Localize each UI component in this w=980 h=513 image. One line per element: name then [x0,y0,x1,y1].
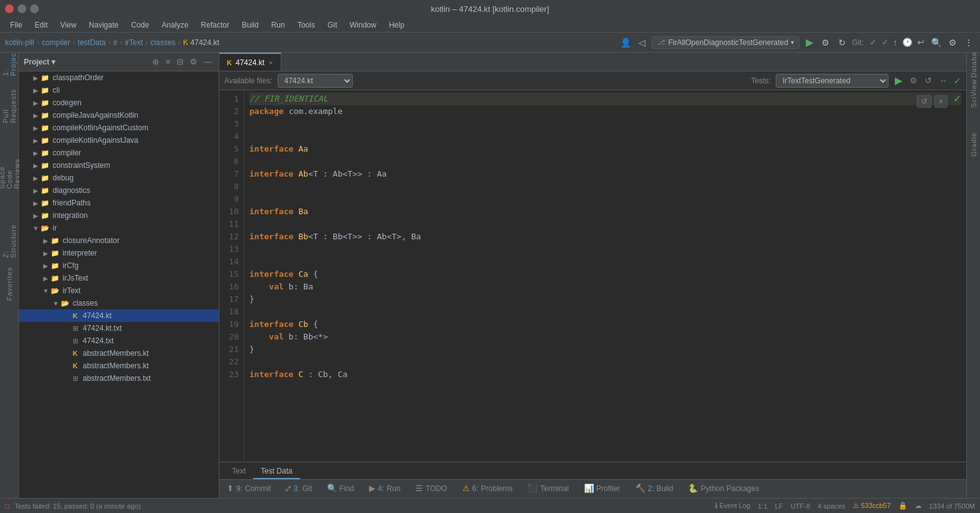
bottom-tab-commit[interactable]: ⬆ 9: Commit [219,480,278,498]
panel-close-btn[interactable]: — [202,56,214,67]
right-panel-database[interactable]: Database [968,55,979,66]
close-button[interactable] [5,4,14,13]
menu-build[interactable]: Build [237,19,264,31]
tree-item-47424kttxt[interactable]: ⊞ 47424.kt.txt [19,322,219,334]
profile-icon[interactable]: 👤 [619,36,632,49]
bottom-tab-terminal[interactable]: ⬛ Terminal [520,480,576,498]
line-separator[interactable]: LF [775,502,783,510]
panel-locate-btn[interactable]: ⊕ [150,56,161,67]
sidebar-item-codereviews[interactable]: Space Code Reviews [1,165,18,182]
tree-item-ircfg[interactable]: ▶ 📁 irCfg [19,259,219,272]
tree-item-compilejava[interactable]: ▶ 📁 compileJavaAgainstKotlin [19,109,219,122]
sidebar-item-pullrequests[interactable]: Pull Requests [1,98,18,114]
tree-item-interpreter[interactable]: ▶ 📁 interpreter [19,247,219,259]
sub-tab-testdata[interactable]: Test Data [253,464,300,479]
bottom-tab-run[interactable]: ▶ 4: Run [362,480,408,498]
menu-help[interactable]: Help [384,19,410,31]
menu-edit[interactable]: Edit [29,19,53,31]
code-content[interactable]: // FIR_IDENTICAL package com.example int… [244,90,966,462]
breadcrumb-kotlin-pill[interactable]: kotlin-pill [5,38,34,47]
sidebar-item-structure[interactable]: Z: Structure [1,233,18,249]
tree-item-constraintsystem[interactable]: ▶ 📁 constraintSystem [19,159,219,172]
run-icon[interactable]: ▶ [803,36,816,49]
menu-window[interactable]: Window [345,19,382,31]
bottom-tab-problems[interactable]: ⚠ 6: Problems [455,480,521,498]
breadcrumb-compiler[interactable]: compiler [42,38,70,47]
bottom-tab-build[interactable]: 🔨 2: Build [628,480,681,498]
tree-item-abstractmembers1[interactable]: K abstractMembers.kt [19,347,219,360]
git-rollback-icon[interactable]: ↩ [915,36,926,48]
overlay-close-btn[interactable]: × [934,95,947,108]
window-controls[interactable] [5,4,39,13]
git-checkmark-2[interactable]: ✓ [880,36,890,48]
tree-item-integration[interactable]: ▶ 📁 integration [19,209,219,222]
event-log-link[interactable]: ℹ Event Log [715,502,751,510]
tree-item-irtext[interactable]: ▼ 📂 irText [19,284,219,297]
more-icon[interactable]: ⋮ [962,36,975,49]
menu-analyze[interactable]: Analyze [157,19,194,31]
refresh-icon[interactable]: ↻ [836,36,848,49]
rerun-tests-btn[interactable]: ↺ [924,75,933,86]
breadcrumb-ir[interactable]: ir [113,38,118,47]
tree-item-irjstext[interactable]: ▶ 📁 irJsText [19,272,219,284]
tree-item-diagnostics[interactable]: ▶ 📁 diagnostics [19,184,219,197]
git-clock-icon[interactable]: 🕐 [900,36,914,48]
config-tests-btn[interactable]: ⚙ [909,75,919,86]
panel-settings-btn[interactable]: ⚙ [188,56,199,67]
menu-run[interactable]: Run [266,19,290,31]
sidebar-item-favorites[interactable]: Favorites [1,276,18,292]
tree-item-47424txt[interactable]: ⊞ 47424.txt [19,334,219,347]
code-editor[interactable]: 12345 678910 1112131415 1617181920 21222… [219,90,966,462]
stop-tests-btn[interactable]: ↔ [938,75,949,86]
available-files-select[interactable]: 47424.kt [278,74,353,88]
bottom-tab-python[interactable]: 🐍 Python Packages [680,480,766,498]
panel-sort-btn[interactable]: ≡ [164,56,172,67]
overlay-refresh-btn[interactable]: ↺ [917,95,932,108]
maximize-button[interactable] [30,4,39,13]
tab-close-btn[interactable]: × [268,58,273,67]
bottom-tab-todo[interactable]: ☰ TODO [408,480,454,498]
menu-file[interactable]: File [5,19,27,31]
git-checkmark-1[interactable]: ✓ [868,36,878,48]
tree-item-47424kt[interactable]: K 47424.kt [19,309,219,322]
menu-view[interactable]: View [55,19,81,31]
menu-tools[interactable]: Tools [293,19,320,31]
tree-item-compiler[interactable]: ▶ 📁 compiler [19,147,219,159]
tests-select[interactable]: IrTextTestGenerated [776,74,889,88]
tree-item-abstractmemberstxt[interactable]: ⊞ abstractMembers.txt [19,372,219,385]
right-panel-pullrequests[interactable]: SciView [968,88,979,99]
tree-item-debug[interactable]: ▶ 📁 debug [19,172,219,184]
tree-item-classes[interactable]: ▼ 📂 classes [19,297,219,309]
test-result-text[interactable]: Tests failed: 15, passed: 0 (a minute ag… [14,502,140,510]
tree-item-compilekotlincustom[interactable]: ▶ 📁 compileKotlinAgainstCustom [19,122,219,134]
build-icon[interactable]: ⚙ [820,36,832,49]
panel-collapse-btn[interactable]: ⊟ [175,56,185,67]
encoding[interactable]: UTF-8 [791,502,810,510]
menu-code[interactable]: Code [126,19,154,31]
search-icon[interactable]: 🔍 [930,36,942,49]
editor-tab-47424kt[interactable]: K 47424.kt × [219,53,281,71]
tree-item-ir[interactable]: ▼ 📂 ir [19,222,219,234]
tree-item-friendpaths[interactable]: ▶ 📁 friendPaths [19,197,219,209]
minimize-button[interactable] [18,4,26,13]
settings-icon[interactable]: ⚙ [946,36,959,49]
sub-tab-text[interactable]: Text [224,464,253,479]
cursor-position[interactable]: 1:1 [758,502,767,510]
tree-item-compilekotlinjava[interactable]: ▶ 📁 compileKotlinAgainstJava [19,134,219,147]
bottom-tab-git[interactable]: ⑇ 3: Git [278,480,319,498]
menu-git[interactable]: Git [323,19,342,31]
git-branch-selector[interactable]: ⎇ FirAllOpenDiagnosticTestGenerated ▾ [652,36,799,49]
breadcrumb-testdata[interactable]: testData [78,38,106,47]
indent-info[interactable]: 4 spaces [818,502,845,510]
back-icon[interactable]: ◁ [635,36,648,49]
right-panel-gradle[interactable]: Gradle [968,139,979,150]
menu-refactor[interactable]: Refactor [196,19,234,31]
breadcrumb-irtext[interactable]: irText [125,38,143,47]
tree-item-classpathorder[interactable]: ▶ 📁 classpathOrder [19,71,219,84]
sidebar-item-project[interactable]: 1: Project [1,55,18,71]
menu-navigate[interactable]: Navigate [84,19,123,31]
tree-item-closureannotator[interactable]: ▶ 📁 closureAnnotator [19,234,219,247]
git-push-icon[interactable]: ↑ [892,36,900,48]
tree-item-codegen[interactable]: ▶ 📁 codegen [19,96,219,109]
tree-item-abstractmembers2[interactable]: K abstractMembers.kt [19,360,219,372]
